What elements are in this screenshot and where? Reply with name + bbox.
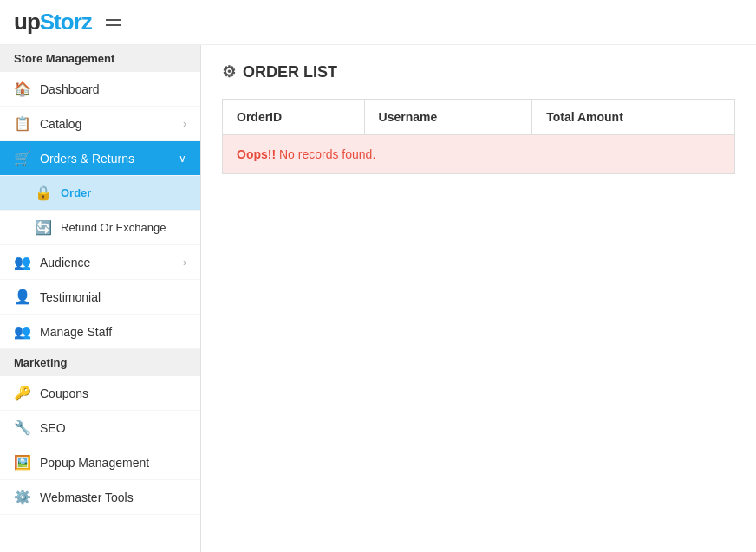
refund-icon: 🔄 xyxy=(35,219,52,236)
store-management-section: Store Management xyxy=(0,45,200,72)
sidebar-item-order[interactable]: 🔒 Order xyxy=(0,176,200,211)
sidebar-label-orders: Orders & Returns xyxy=(40,152,134,166)
filter-icon: ⚙ xyxy=(222,62,236,81)
sidebar-item-testimonial[interactable]: 👤 Testimonial xyxy=(0,280,200,315)
chevron-right-icon-audience: › xyxy=(183,257,186,269)
page-title: ⚙ ORDER LIST xyxy=(222,62,735,81)
orders-icon: 🛒 xyxy=(14,150,31,166)
sidebar-item-audience[interactable]: 👥 Audience › xyxy=(0,245,200,280)
empty-row: Oops!! No records found. xyxy=(223,135,735,174)
testimonial-icon: 👤 xyxy=(14,289,31,305)
coupons-icon: 🔑 xyxy=(14,385,31,401)
chevron-down-icon: ∨ xyxy=(179,153,186,165)
order-table: OrderID Username Total Amount Oops!! No … xyxy=(222,99,735,174)
webmaster-icon: ⚙️ xyxy=(14,489,31,505)
sidebar-label-catalog: Catalog xyxy=(40,117,81,131)
logo-up: up xyxy=(14,9,40,36)
oops-text: Oops!! xyxy=(237,147,276,161)
home-icon: 🏠 xyxy=(14,81,31,97)
sidebar-item-popup[interactable]: 🖼️ Popup Management xyxy=(0,445,200,480)
sidebar-item-dashboard[interactable]: 🏠 Dashboard xyxy=(0,72,200,107)
sidebar-label-dashboard: Dashboard xyxy=(40,82,100,96)
popup-icon: 🖼️ xyxy=(14,454,31,471)
sidebar-item-orders-returns[interactable]: 🛒 Orders & Returns ∨ xyxy=(0,141,200,176)
marketing-section: Marketing xyxy=(0,349,200,376)
sidebar-label-refund: Refund Or Exchange xyxy=(61,221,166,234)
col-total-amount: Total Amount xyxy=(532,100,735,135)
audience-icon: 👥 xyxy=(14,254,31,270)
sidebar-item-refund[interactable]: 🔄 Refund Or Exchange xyxy=(0,211,200,245)
sidebar-label-coupons: Coupons xyxy=(40,386,88,400)
sidebar-item-catalog[interactable]: 📋 Catalog › xyxy=(0,107,200,141)
sidebar-item-manage-staff[interactable]: 👥 Manage Staff xyxy=(0,315,200,349)
col-orderid: OrderID xyxy=(223,100,365,135)
layout: Store Management 🏠 Dashboard 📋 Catalog ›… xyxy=(0,45,756,552)
sidebar: Store Management 🏠 Dashboard 📋 Catalog ›… xyxy=(0,45,201,552)
sidebar-item-webmaster[interactable]: ⚙️ Webmaster Tools xyxy=(0,480,200,515)
logo-storz: Storz xyxy=(40,9,92,36)
sidebar-item-seo[interactable]: 🔧 SEO xyxy=(0,411,200,445)
staff-icon: 👥 xyxy=(14,323,31,340)
catalog-icon: 📋 xyxy=(14,115,31,132)
sidebar-label-seo: SEO xyxy=(40,421,66,435)
sidebar-label-webmaster: Webmaster Tools xyxy=(40,490,134,504)
sidebar-label-staff: Manage Staff xyxy=(40,325,112,339)
empty-message-cell: Oops!! No records found. xyxy=(223,135,735,174)
sidebar-label-popup: Popup Management xyxy=(40,456,149,470)
table-header-row: OrderID Username Total Amount xyxy=(223,100,735,135)
col-username: Username xyxy=(364,100,532,135)
main-content: ⚙ ORDER LIST OrderID Username Total Amou… xyxy=(201,45,756,552)
hamburger-menu[interactable] xyxy=(106,19,121,26)
sidebar-item-coupons[interactable]: 🔑 Coupons xyxy=(0,376,200,411)
sidebar-label-order: Order xyxy=(61,186,91,199)
logo: upStorz xyxy=(14,9,92,36)
seo-icon: 🔧 xyxy=(14,419,31,436)
page-title-text: ORDER LIST xyxy=(243,63,337,81)
topbar: upStorz xyxy=(0,0,756,45)
chevron-right-icon: › xyxy=(183,118,186,130)
sidebar-label-testimonial: Testimonial xyxy=(40,290,101,304)
lock-icon: 🔒 xyxy=(35,185,52,201)
no-records-text: No records found. xyxy=(276,147,375,161)
sidebar-label-audience: Audience xyxy=(40,256,90,270)
